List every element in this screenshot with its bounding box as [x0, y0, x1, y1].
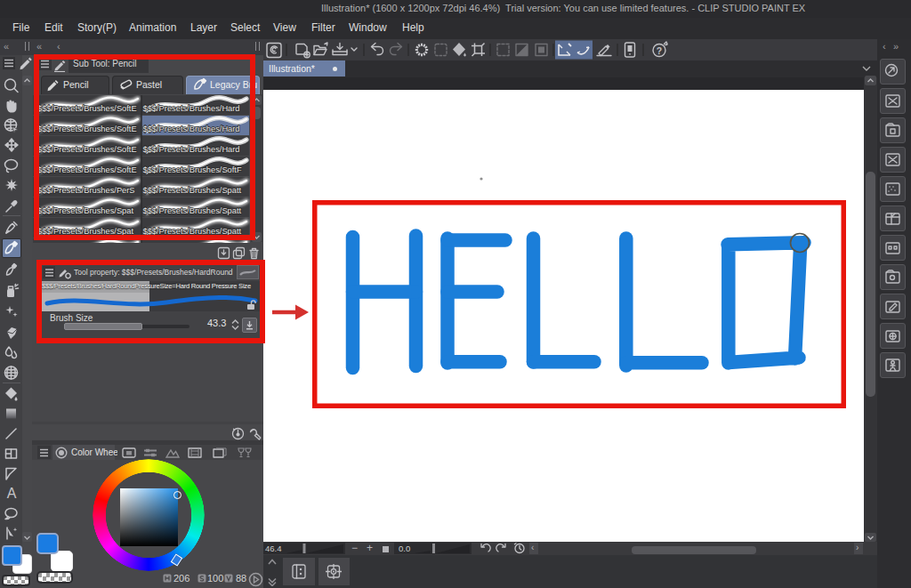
svg-text:?: ? — [657, 45, 662, 56]
svg-text:A: A — [7, 486, 17, 501]
